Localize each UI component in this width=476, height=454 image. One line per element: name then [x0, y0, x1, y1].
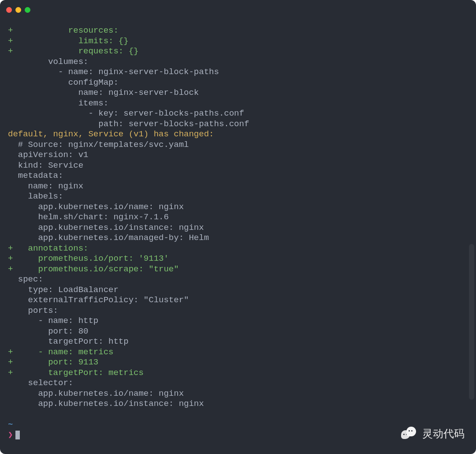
terminal-line: - key: server-blocks-paths.conf — [8, 109, 468, 119]
terminal-line: configMap: — [8, 78, 468, 88]
terminal-body[interactable]: + resources:+ limits: {}+ requests: {} v… — [0, 19, 476, 446]
terminal-line: app.kubernetes.io/managed-by: Helm — [8, 233, 468, 244]
terminal-line: name: nginx — [8, 181, 468, 192]
prompt-line[interactable]: ❯ — [8, 430, 468, 441]
terminal-line — [8, 409, 468, 420]
terminal-line: app.kubernetes.io/instance: nginx — [8, 223, 468, 233]
terminal-line: + targetPort: metrics — [8, 368, 468, 379]
terminal-line: + annotations: — [8, 244, 468, 254]
cursor — [15, 431, 20, 439]
terminal-line: default, nginx, Service (v1) has changed… — [8, 129, 468, 140]
terminal-line: + limits: {} — [8, 36, 468, 47]
terminal-line: # Source: nginx/templates/svc.yaml — [8, 140, 468, 150]
prompt-symbol: ❯ — [8, 430, 13, 441]
terminal-line: labels: — [8, 191, 468, 202]
terminal-line: path: server-blocks-paths.conf — [8, 119, 468, 130]
window-zoom-dot[interactable] — [25, 7, 30, 13]
window-titlebar — [0, 0, 476, 19]
scrollbar-track[interactable] — [468, 19, 475, 451]
terminal-line: selector: — [8, 378, 468, 389]
terminal-line: type: LoadBalancer — [8, 285, 468, 296]
terminal-line: items: — [8, 98, 468, 109]
terminal-line: - name: nginx-server-block-paths — [8, 67, 468, 78]
terminal-line: port: 80 — [8, 326, 468, 337]
terminal-line: targetPort: http — [8, 337, 468, 347]
terminal-line: + - name: metrics — [8, 347, 468, 358]
terminal-line: ~ — [8, 420, 468, 430]
terminal-line: metadata: — [8, 171, 468, 181]
terminal-line: + requests: {} — [8, 46, 468, 57]
watermark-text: 灵动代码 — [422, 428, 465, 439]
terminal-line: + prometheus.io/port: '9113' — [8, 254, 468, 264]
terminal-line: + resources: — [8, 26, 468, 36]
terminal-line: kind: Service — [8, 161, 468, 171]
wechat-icon — [401, 427, 418, 441]
terminal-line: + prometheus.io/scrape: "true" — [8, 264, 468, 275]
terminal-line: - name: http — [8, 316, 468, 326]
terminal-line: apiVersion: v1 — [8, 150, 468, 161]
terminal-line: app.kubernetes.io/instance: nginx — [8, 399, 468, 409]
terminal-line: + port: 9113 — [8, 357, 468, 368]
window-close-dot[interactable] — [6, 7, 12, 13]
terminal-line: ports: — [8, 306, 468, 316]
terminal-line: helm.sh/chart: nginx-7.1.6 — [8, 212, 468, 223]
scrollbar-thumb[interactable] — [469, 244, 474, 399]
terminal-line: name: nginx-server-block — [8, 88, 468, 98]
terminal-line: app.kubernetes.io/name: nginx — [8, 202, 468, 213]
window-minimize-dot[interactable] — [15, 7, 21, 13]
terminal-window: + resources:+ limits: {}+ requests: {} v… — [0, 0, 476, 454]
terminal-line: spec: — [8, 274, 468, 285]
terminal-line: app.kubernetes.io/name: nginx — [8, 389, 468, 399]
terminal-line: externalTrafficPolicy: "Cluster" — [8, 295, 468, 306]
terminal-line: volumes: — [8, 57, 468, 68]
watermark: 灵动代码 — [401, 427, 465, 441]
